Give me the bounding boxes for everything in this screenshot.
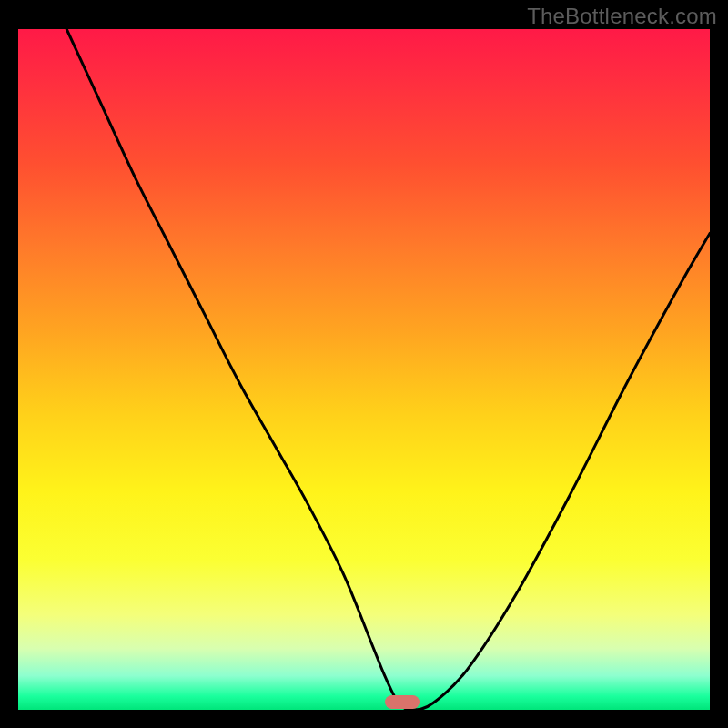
chart-frame: TheBottleneck.com xyxy=(0,0,728,728)
optimum-marker xyxy=(385,695,420,709)
watermark-text: TheBottleneck.com xyxy=(527,4,717,29)
plot-area xyxy=(18,29,710,710)
bottleneck-curve xyxy=(18,29,710,710)
